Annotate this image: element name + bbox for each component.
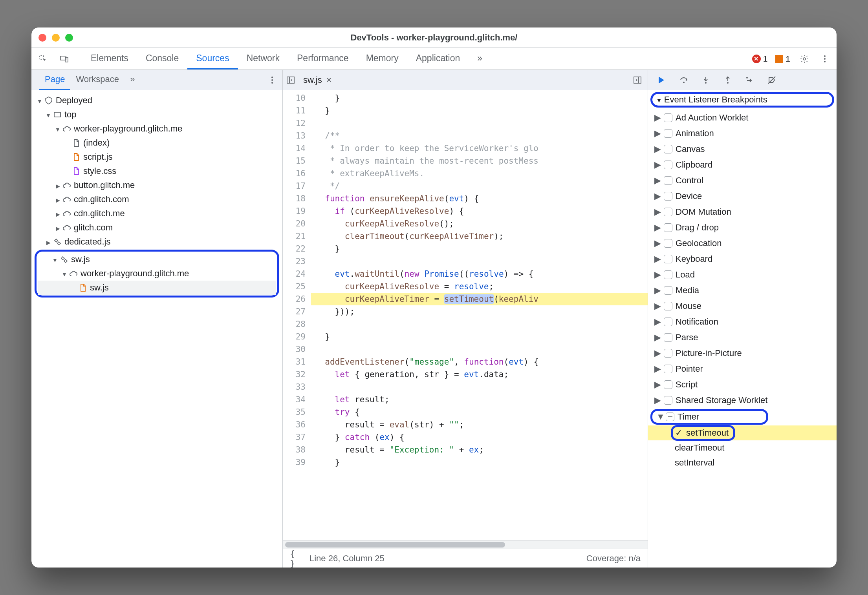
device-toolbar-icon[interactable] xyxy=(58,53,71,65)
inspect-icon[interactable] xyxy=(37,53,49,65)
breakpoint-category[interactable]: ▶Canvas xyxy=(648,141,837,157)
checkbox-icon[interactable]: ✓ xyxy=(675,428,682,438)
breakpoint-category[interactable]: ▶Pointer xyxy=(648,361,837,377)
panel-overflow-button[interactable]: » xyxy=(469,48,491,69)
panel-tab-network[interactable]: Network xyxy=(238,48,288,69)
twisty-icon[interactable] xyxy=(54,223,61,233)
checkbox-icon[interactable] xyxy=(664,145,672,153)
zoom-window-button[interactable] xyxy=(65,34,73,42)
editor-tab-swjs[interactable]: sw.js ✕ xyxy=(297,70,338,90)
breakpoints-list[interactable]: Event Listener Breakpoints ▶Ad Auction W… xyxy=(648,90,837,568)
step-over-icon[interactable] xyxy=(678,74,690,86)
breakpoint-category[interactable]: ▶Ad Auction Worklet xyxy=(648,110,837,126)
checkbox-icon[interactable] xyxy=(664,161,672,169)
breakpoint-category[interactable]: ▶Media xyxy=(648,283,837,298)
checkbox-icon[interactable] xyxy=(664,333,672,342)
twisty-icon[interactable] xyxy=(54,124,61,134)
step-out-icon[interactable] xyxy=(722,74,734,86)
tree-item[interactable]: top xyxy=(31,108,282,122)
breakpoint-category[interactable]: ▶DOM Mutation xyxy=(648,204,837,220)
checkbox-icon[interactable] xyxy=(664,380,672,389)
panel-tab-sources[interactable]: Sources xyxy=(187,48,238,69)
file-tree[interactable]: Deployedtopworker-playground.glitch.me(i… xyxy=(31,90,282,568)
checkbox-icon[interactable] xyxy=(664,270,672,279)
breakpoint-category[interactable]: ▶Clipboard xyxy=(648,157,837,173)
twisty-icon[interactable] xyxy=(54,208,61,219)
toggle-debugger-icon[interactable] xyxy=(631,74,644,86)
errors-counter[interactable]: ✕ 1 xyxy=(752,54,768,64)
breakpoint-item[interactable]: ✓setTimeout xyxy=(648,425,837,440)
checkbox-icon[interactable] xyxy=(664,129,672,138)
pretty-print-icon[interactable]: { } xyxy=(290,552,302,565)
breakpoint-item[interactable]: setInterval xyxy=(648,455,837,470)
breakpoint-category[interactable]: ▶Keyboard xyxy=(648,251,837,267)
breakpoint-category[interactable]: ▶Script xyxy=(648,377,837,392)
event-listener-breakpoints-header[interactable]: Event Listener Breakpoints xyxy=(650,92,834,108)
twisty-icon[interactable] xyxy=(45,237,52,247)
tree-item[interactable]: cdn.glitch.me xyxy=(31,206,282,221)
breakpoint-category[interactable]: ▶Animation xyxy=(648,126,837,141)
breakpoint-category[interactable]: ▶Shared Storage Worklet xyxy=(648,392,837,408)
breakpoint-item[interactable]: clearTimeout xyxy=(648,440,837,455)
tree-item[interactable]: button.glitch.me xyxy=(31,178,282,192)
step-into-icon[interactable] xyxy=(700,74,712,86)
breakpoint-category[interactable]: ▶Parse xyxy=(648,330,837,345)
toggle-navigator-icon[interactable] xyxy=(284,74,297,86)
checkbox-icon[interactable] xyxy=(664,176,672,185)
tree-item[interactable]: worker-playground.glitch.me xyxy=(31,122,282,136)
minimize-window-button[interactable] xyxy=(52,34,60,42)
tree-item[interactable]: sw.js xyxy=(38,281,276,295)
breakpoint-category[interactable]: ▶Device xyxy=(648,188,837,204)
warnings-counter[interactable]: 1 xyxy=(775,54,790,64)
checkbox-icon[interactable] xyxy=(664,318,672,326)
editor-hscrollbar[interactable] xyxy=(283,540,648,549)
tree-item[interactable]: cdn.glitch.com xyxy=(31,192,282,206)
breakpoint-category[interactable]: ▶Load xyxy=(648,267,837,283)
checkbox-icon[interactable] xyxy=(664,286,672,295)
settings-icon[interactable] xyxy=(798,53,811,65)
twisty-icon[interactable] xyxy=(54,180,61,190)
checkbox-icon[interactable] xyxy=(664,208,672,216)
breakpoint-category[interactable]: ▶Mouse xyxy=(648,298,837,314)
twisty-icon[interactable] xyxy=(36,95,43,106)
panel-tab-console[interactable]: Console xyxy=(137,48,187,69)
tree-item[interactable]: dedicated.js xyxy=(31,235,282,249)
deactivate-breakpoints-icon[interactable] xyxy=(766,74,778,86)
twisty-icon[interactable] xyxy=(45,110,52,120)
checkbox-icon[interactable] xyxy=(664,223,672,232)
checkbox-icon[interactable] xyxy=(664,113,672,122)
checkbox-icon[interactable] xyxy=(664,365,672,373)
resume-icon[interactable] xyxy=(656,74,668,86)
navigator-tab-page[interactable]: Page xyxy=(39,70,70,90)
kebab-menu-icon[interactable] xyxy=(819,53,831,65)
checkbox-icon[interactable] xyxy=(664,192,672,201)
breakpoint-category[interactable]: ▶Geolocation xyxy=(648,235,837,251)
close-window-button[interactable] xyxy=(38,34,46,42)
tree-item[interactable]: script.js xyxy=(31,150,282,164)
checkbox-icon[interactable] xyxy=(664,239,672,248)
tree-item[interactable]: Deployed xyxy=(31,93,282,108)
breakpoint-category-timer[interactable]: ▼ Timer xyxy=(650,409,768,425)
step-icon[interactable] xyxy=(744,74,756,86)
navigator-overflow-button[interactable]: » xyxy=(125,70,140,90)
breakpoint-category[interactable]: ▶Drag / drop xyxy=(648,220,837,235)
checkbox-icon[interactable] xyxy=(664,255,672,263)
breakpoint-category[interactable]: ▶Picture-in-Picture xyxy=(648,345,837,361)
line-gutter[interactable]: 1011121314151617181920212223242526272829… xyxy=(283,90,311,540)
panel-tab-elements[interactable]: Elements xyxy=(82,48,137,69)
navigator-tab-workspace[interactable]: Workspace xyxy=(70,70,125,90)
panel-tab-memory[interactable]: Memory xyxy=(357,48,407,69)
twisty-icon[interactable] xyxy=(51,254,59,265)
navigator-menu-icon[interactable] xyxy=(266,74,278,86)
tree-item[interactable]: (index) xyxy=(31,136,282,150)
tree-item[interactable]: glitch.com xyxy=(31,221,282,235)
tree-item[interactable]: worker-playground.glitch.me xyxy=(38,266,276,281)
checkbox-icon[interactable] xyxy=(664,396,672,405)
checkbox-indeterminate-icon[interactable] xyxy=(666,412,674,421)
checkbox-icon[interactable] xyxy=(664,302,672,310)
twisty-icon[interactable] xyxy=(61,268,68,279)
close-tab-icon[interactable]: ✕ xyxy=(326,76,332,84)
breakpoint-category[interactable]: ▶Notification xyxy=(648,314,837,330)
twisty-icon[interactable] xyxy=(54,194,61,204)
panel-tab-application[interactable]: Application xyxy=(407,48,469,69)
